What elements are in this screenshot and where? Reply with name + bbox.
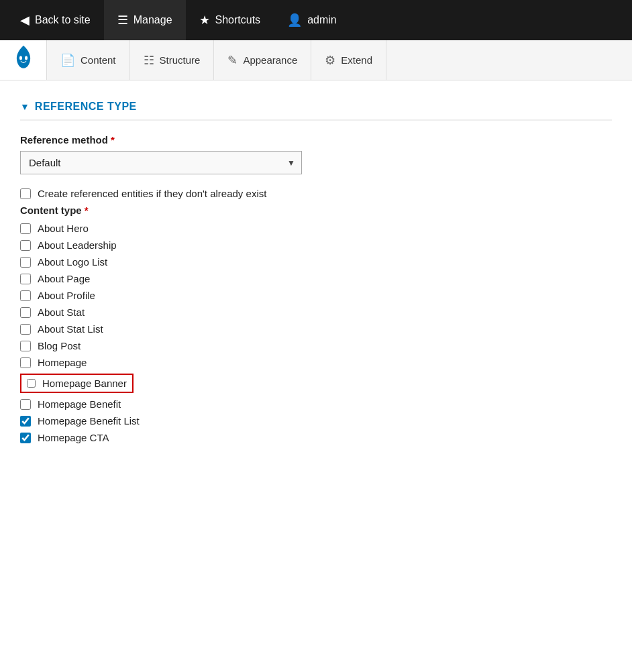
content-type-label-about-logo-list[interactable]: About Logo List [38,256,107,268]
user-icon: 👤 [287,13,302,27]
content-type-label-about-stat[interactable]: About Stat [38,306,85,318]
nav-appearance[interactable]: ✎ Appearance [214,40,311,80]
create-referenced-label[interactable]: Create referenced entities if they don't… [38,188,266,199]
nav-structure[interactable]: ☷ Structure [130,40,215,80]
list-item: About Leadership [20,238,612,252]
nav-content[interactable]: 📄 Content [47,40,130,80]
reference-method-select[interactable]: Default Views Autocomplete [20,151,302,174]
list-item: Blog Post [20,339,612,353]
reference-method-select-wrapper: Default Views Autocomplete ▼ [20,151,302,174]
content-type-label-homepage[interactable]: Homepage [38,357,87,368]
structure-icon: ☷ [144,53,154,68]
content-type-label: Content type* [20,205,612,216]
list-item: About Page [20,272,612,286]
appearance-icon: ✎ [227,53,238,68]
content-type-checkbox-homepage-banner[interactable] [27,379,36,388]
reference-type-header: ▼ REFERENCE TYPE [20,94,612,121]
list-item: Homepage Benefit List [20,414,612,428]
shortcuts-button[interactable]: ★ Shortcuts [186,0,274,40]
create-referenced-checkbox[interactable] [20,188,31,199]
content-type-label-about-hero[interactable]: About Hero [38,223,89,234]
content-type-label-about-page[interactable]: About Page [38,273,90,284]
content-type-label-about-leadership[interactable]: About Leadership [38,239,117,251]
list-item: Homepage CTA [20,431,612,445]
content-type-checkbox[interactable] [20,223,31,234]
list-item: About Stat List [20,322,612,336]
create-referenced-row: Create referenced entities if they don't… [20,186,612,201]
content-type-label-homepage-cta[interactable]: Homepage CTA [38,432,109,443]
list-item: About Profile [20,288,612,302]
list-item: Homepage Benefit [20,397,612,411]
content-type-checkbox[interactable] [20,341,31,351]
content-type-label-homepage-benefit-list[interactable]: Homepage Benefit List [38,415,140,427]
content-type-required-star: * [85,205,89,216]
homepage-banner-highlighted-row: Homepage Banner [20,374,134,393]
svg-point-1 [25,56,28,60]
content-type-checkbox-homepage-cta[interactable] [20,433,31,443]
extend-icon: ⚙ [325,53,335,68]
admin-user-button[interactable]: 👤 admin [274,0,350,40]
svg-point-0 [19,56,21,60]
back-arrow-icon: ◀ [20,13,30,27]
content-type-label-about-profile[interactable]: About Profile [38,290,95,301]
list-item: About Logo List [20,255,612,269]
admin-bar: ◀ Back to site ☰ Manage ★ Shortcuts 👤 ad… [0,0,632,40]
content-type-label-about-stat-list[interactable]: About Stat List [38,323,103,335]
content-type-checkbox[interactable] [20,324,31,335]
content-type-label-homepage-benefit[interactable]: Homepage Benefit [38,398,121,410]
content-icon: 📄 [60,53,75,68]
list-item: About Stat [20,305,612,319]
content-type-checkbox[interactable] [20,290,31,301]
content-type-checkbox[interactable] [20,274,31,284]
reference-method-group: Reference method* Default Views Autocomp… [20,134,612,174]
content-type-label-blog-post[interactable]: Blog Post [38,340,81,351]
back-to-site-button[interactable]: ◀ Back to site [7,0,104,40]
content-type-checkbox[interactable] [20,257,31,268]
menu-icon: ☰ [117,13,128,27]
manage-button[interactable]: ☰ Manage [104,0,186,40]
list-item: Homepage [20,355,612,370]
content-type-label-homepage-banner[interactable]: Homepage Banner [42,378,127,389]
content-type-checkbox[interactable] [20,357,31,368]
main-content: ▼ REFERENCE TYPE Reference method* Defau… [0,80,632,470]
list-item: Homepage Banner [20,372,612,394]
content-type-group: Content type* About Hero About Leadershi… [20,205,612,445]
required-star: * [111,134,115,146]
collapse-triangle-icon[interactable]: ▼ [20,101,30,112]
content-type-checkbox[interactable] [20,240,31,251]
content-type-checkbox[interactable] [20,307,31,318]
drupal-logo[interactable] [0,40,47,80]
reference-method-label: Reference method* [20,134,612,146]
secondary-nav: 📄 Content ☷ Structure ✎ Appearance ⚙ Ext… [0,40,632,80]
drupal-drop-icon [9,46,38,75]
content-type-checkbox[interactable] [20,399,31,410]
nav-extend[interactable]: ⚙ Extend [311,40,386,80]
list-item: About Hero [20,221,612,235]
content-type-checkbox-homepage-benefit-list[interactable] [20,416,31,427]
star-icon: ★ [199,13,210,27]
section-title: REFERENCE TYPE [35,101,137,113]
